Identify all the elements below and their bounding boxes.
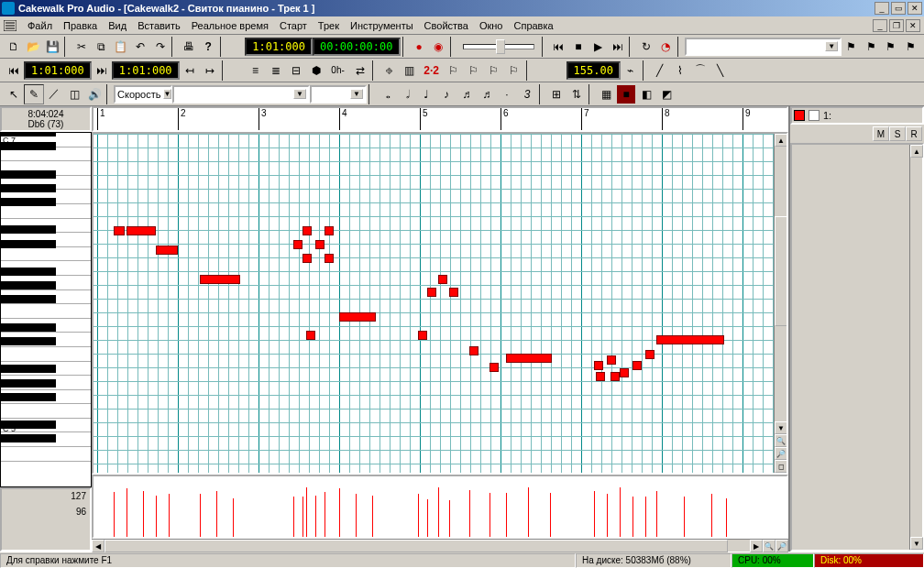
track-s-button[interactable]: S	[889, 126, 906, 141]
menu-Старт[interactable]: Старт	[274, 20, 313, 31]
menu-Вставить[interactable]: Вставить	[132, 20, 186, 31]
marker-b-button[interactable]: ⚑	[862, 37, 881, 57]
menu-Трек[interactable]: Трек	[313, 20, 345, 31]
note[interactable]	[200, 275, 240, 284]
menu-icon[interactable]	[4, 20, 16, 31]
velocity-bar[interactable]	[418, 494, 419, 537]
note[interactable]	[607, 355, 616, 365]
menu-Вид[interactable]: Вид	[103, 20, 132, 31]
dur-half[interactable]: 𝅗𝅥	[396, 84, 416, 104]
sel-b-button[interactable]: ▥	[400, 60, 420, 81]
velocity-bar[interactable]	[449, 500, 450, 537]
note-grid[interactable]: ▲ ▼ 🔍 🔎 ◻	[92, 132, 788, 475]
track-m-button[interactable]: M	[873, 126, 889, 141]
new-button[interactable]: 🗋	[4, 37, 23, 57]
from-counter[interactable]: 1:01:000	[24, 61, 92, 80]
flag1-button[interactable]: ⚐	[444, 60, 464, 81]
paste-button[interactable]: 📋	[111, 37, 130, 57]
play-button[interactable]: ▶	[588, 37, 608, 57]
menu-Свойства[interactable]: Свойства	[419, 20, 474, 31]
track-vscroll[interactable]: ▲ ▼	[909, 145, 922, 550]
velocity-bar[interactable]	[684, 497, 685, 537]
note[interactable]	[506, 354, 552, 363]
dur-triplet[interactable]: 3	[517, 84, 537, 104]
setb-button[interactable]: ↦	[200, 60, 220, 81]
grid-vscroll[interactable]: ▲ ▼ 🔍 🔎 ◻	[774, 134, 786, 473]
arrow-tool[interactable]: ↖	[4, 84, 24, 104]
redo-button[interactable]: ↷	[150, 37, 170, 57]
velocity-bar[interactable]	[372, 496, 373, 537]
velocity-bar[interactable]	[438, 487, 439, 537]
align-l-button[interactable]: ≡	[246, 60, 266, 81]
snap-button[interactable]: ⊞	[546, 84, 566, 104]
note[interactable]	[596, 372, 605, 381]
grid-hscroll[interactable]: ◀ ▶ 🔍 🔎	[92, 539, 788, 552]
marker-a-button[interactable]: ⚑	[842, 37, 861, 57]
note[interactable]	[656, 335, 724, 344]
zoom-reset-icon[interactable]: ◻	[775, 460, 787, 473]
align-c-button[interactable]: ≣	[266, 60, 286, 81]
velocity-bar[interactable]	[550, 493, 551, 537]
param-dropdown[interactable]: Скорость▼	[114, 85, 172, 104]
note[interactable]	[427, 288, 436, 297]
note[interactable]	[438, 275, 447, 284]
scrub-tool[interactable]: 🔊	[84, 84, 104, 104]
note[interactable]	[490, 363, 499, 372]
forward-end-button[interactable]: ⏭	[92, 60, 112, 81]
note[interactable]	[339, 312, 376, 322]
menu-Инструменты[interactable]: Инструменты	[345, 20, 419, 31]
note[interactable]	[306, 331, 315, 340]
menu-Файл[interactable]: Файл	[22, 20, 58, 31]
vscroll-thumb[interactable]	[775, 216, 787, 326]
velocity-bar[interactable]	[632, 497, 633, 537]
hex-button[interactable]: ⬢	[306, 60, 326, 81]
scroll-left-icon[interactable]: ◀	[92, 540, 104, 552]
velocity-pane[interactable]	[92, 475, 788, 539]
note[interactable]	[302, 226, 312, 235]
mdi-restore-button[interactable]: ❐	[889, 19, 904, 32]
note[interactable]	[449, 288, 458, 297]
preset-dropdown[interactable]: ▼	[685, 38, 842, 56]
flag2-button[interactable]: ⚐	[464, 60, 484, 81]
record-button[interactable]: ●	[409, 37, 428, 57]
line-tool-c[interactable]: ⌒	[690, 60, 710, 81]
time-counter[interactable]: 00:00:00:00	[313, 38, 400, 56]
save-button[interactable]: 💾	[43, 37, 62, 57]
note[interactable]	[610, 372, 620, 381]
velocity-bar[interactable]	[726, 498, 727, 537]
velocity-bar[interactable]	[315, 496, 316, 537]
velocity-bar[interactable]	[216, 491, 217, 537]
erase-tool[interactable]: ◫	[64, 84, 84, 104]
copy-button[interactable]: ⧉	[92, 37, 111, 57]
dur-whole[interactable]: 𝅝	[376, 84, 396, 104]
dur-16th[interactable]: ♬	[456, 84, 477, 104]
velocity-bar[interactable]	[594, 491, 595, 537]
position-slider[interactable]	[463, 44, 534, 49]
velocity-bar[interactable]	[506, 493, 507, 537]
metronome-button[interactable]: ◔	[656, 37, 676, 57]
note[interactable]	[156, 246, 178, 255]
zoom-in-h-icon[interactable]: 🔍	[763, 540, 776, 552]
note[interactable]	[114, 226, 125, 235]
velocity-bar[interactable]	[143, 491, 144, 537]
loop-button[interactable]: ↻	[636, 37, 655, 57]
align-r-button[interactable]: ⊟	[286, 60, 306, 81]
view-b-button[interactable]: ◧	[636, 84, 656, 104]
print-button[interactable]: 🖶	[179, 37, 198, 57]
zoom-out-v-icon[interactable]: 🔎	[775, 447, 787, 460]
velocity-bar[interactable]	[200, 494, 201, 537]
offset-display[interactable]: 0h-	[326, 60, 350, 81]
marker-c-button[interactable]: ⚑	[881, 37, 900, 57]
marker-d-button[interactable]: ⚑	[900, 37, 919, 57]
dur-32nd[interactable]: ♬	[477, 84, 497, 104]
cut-button[interactable]: ✂	[72, 37, 91, 57]
track-header[interactable]: 1:	[790, 106, 924, 125]
note[interactable]	[126, 226, 156, 235]
velocity-bar[interactable]	[620, 487, 621, 537]
line-tool-b[interactable]: ⌇	[670, 60, 690, 81]
velocity-bar[interactable]	[656, 491, 657, 537]
dur-quarter[interactable]: ♩	[416, 84, 436, 104]
controller-dropdown[interactable]: ▼	[172, 85, 310, 104]
dur-eighth[interactable]: ♪	[436, 84, 456, 104]
sort-button[interactable]: ⇅	[566, 84, 587, 104]
